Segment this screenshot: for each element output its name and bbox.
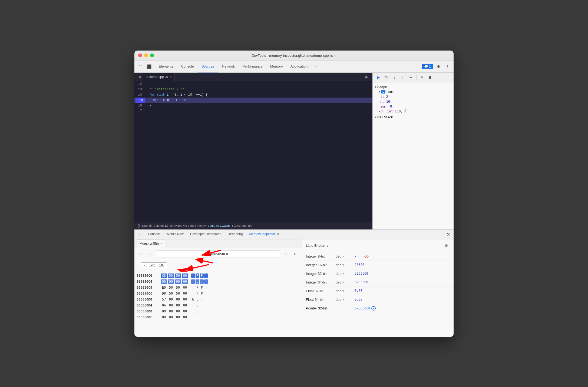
drawer-tab-whats-new[interactable]: What's New (163, 230, 187, 239)
line-num-17: 17 (136, 108, 145, 114)
drawer-tab-memory-inspector[interactable]: Memory Inspector ✕ (246, 230, 282, 239)
mem-byte-e0[interactable]: E0 (161, 285, 167, 290)
memory-tab-close[interactable]: ✕ (160, 242, 162, 245)
drawer-close-btn[interactable]: ✕ (445, 231, 451, 238)
mem-byte-00k[interactable]: 00 (175, 303, 181, 308)
chat-badge[interactable]: 💬 1 (422, 64, 433, 69)
deactivate-breakpoints-btn[interactable]: ✎ (418, 74, 425, 81)
format-btn[interactable]: {} (138, 224, 140, 228)
resume-btn[interactable]: ▶ (375, 74, 382, 81)
mem-byte-57[interactable]: 57 (161, 297, 167, 302)
mem-byte-00p[interactable]: 00 (182, 309, 188, 313)
tab-application[interactable]: Application (287, 61, 312, 72)
mem-byte-00f[interactable]: 00 (182, 291, 188, 296)
tab-network[interactable]: Network (218, 61, 239, 72)
mem-byte-50e[interactable]: 50 (168, 291, 174, 296)
mem-back-btn[interactable]: ↩ (138, 251, 145, 258)
mem-byte-00n[interactable]: 00 (168, 309, 174, 313)
pause-on-exceptions-btn[interactable]: ⏸ (427, 74, 434, 81)
mem-byte-00s[interactable]: 00 (175, 315, 181, 319)
mem-var-tag[interactable]: x: int [10] (141, 262, 167, 268)
sources-back-btn[interactable]: ◀ (137, 74, 143, 79)
ptr-navigate-icon[interactable]: → (371, 306, 376, 311)
settings-icon[interactable]: ⚙ (435, 63, 442, 70)
mem-byte-00g[interactable]: 00 (168, 297, 174, 302)
drawer-tab-console[interactable]: Console (145, 230, 163, 239)
mem-byte-50c[interactable]: 50 (168, 285, 174, 290)
scope-header[interactable]: ▾ Scope (373, 85, 454, 89)
mem-byte-00t[interactable]: 00 (182, 315, 188, 319)
mem-byte-00c[interactable]: 00 (175, 279, 181, 284)
mem-byte-00e[interactable]: 00 (182, 285, 188, 290)
local-scope-item[interactable]: ▾ L Local (373, 89, 454, 94)
mem-byte-00o[interactable]: 00 (175, 309, 181, 313)
mem-byte-00b[interactable]: 00 (168, 279, 174, 284)
endian-selector[interactable]: Little Endian ∨ (306, 243, 329, 248)
drawer-menu-btn[interactable]: ⋮ (137, 231, 143, 238)
mem-char-dot16: . (200, 303, 204, 308)
mem-address-input[interactable] (156, 250, 280, 258)
format-int8[interactable]: dec ∨ (336, 254, 355, 258)
sources-forward-btn[interactable]: ▶ (364, 74, 370, 79)
step-btn[interactable]: ↪ (407, 74, 414, 81)
more-vert-icon[interactable]: ⋮ (444, 63, 451, 70)
file-tab-demo-cpp[interactable]: ⊡ demo-cpp.cc ✕ (143, 73, 175, 81)
format-int32[interactable]: dec ∨ (336, 272, 355, 276)
step-over-btn[interactable]: ⟳ (383, 74, 390, 81)
mem-byte-00r[interactable]: 00 (168, 315, 174, 319)
mem-addr-d0: 005050D0 (137, 298, 161, 301)
mem-byte-00m[interactable]: 00 (161, 309, 167, 313)
mem-byte-00[interactable]: 00 (182, 273, 188, 278)
scope-x[interactable]: ▶ x: int [10] ⊡ (373, 109, 454, 114)
inspect-element-icon[interactable]: ⬚ (137, 63, 144, 70)
maximize-button[interactable] (150, 54, 154, 57)
close-button[interactable] (138, 54, 142, 57)
mem-byte-d8[interactable]: D8 (161, 291, 167, 296)
tab-more[interactable]: » (311, 61, 321, 72)
mem-byte-00h[interactable]: 00 (175, 297, 181, 302)
device-toggle-icon[interactable]: ⬛ (145, 63, 153, 70)
tab-console[interactable]: Console (177, 61, 198, 72)
mem-forward-btn[interactable]: ↪ (147, 251, 154, 258)
mem-row-dc: 005050DC 00 00 00 00 . . . . (134, 314, 302, 320)
memory-tab-256[interactable]: Memory(256) ✕ (137, 239, 165, 248)
mem-byte-00q[interactable]: 00 (161, 315, 167, 319)
ptr-value: 0x5050C8 (355, 306, 370, 310)
mem-refresh-btn[interactable]: ↻ (292, 251, 299, 258)
drawer-tab-rendering[interactable]: Rendering (224, 230, 246, 239)
memory-inspector-tab-close[interactable]: ✕ (277, 232, 279, 236)
memory-inspect-icon[interactable]: ⊡ (404, 109, 407, 113)
line-num-12: 12 (136, 81, 145, 87)
format-int16[interactable]: dec ∨ (336, 263, 355, 267)
step-out-btn[interactable]: ↑ (399, 74, 406, 81)
drawer-tab-dev-resources[interactable]: Developer Resources (187, 230, 224, 239)
wasm-link[interactable]: demo-cpp.wasm (208, 224, 230, 227)
mem-char-P1: P (196, 273, 199, 278)
mem-byte-00a[interactable]: 00 (161, 279, 167, 284)
mem-byte-00i[interactable]: 00 (182, 297, 188, 302)
tab-sources[interactable]: Sources (198, 61, 218, 72)
minimize-button[interactable] (144, 54, 148, 57)
mem-next-btn[interactable]: › (282, 251, 289, 258)
format-int64[interactable]: dec ∨ (336, 280, 355, 284)
format-float64[interactable]: dec ∨ (336, 298, 355, 302)
tab-performance[interactable]: Performance (239, 61, 266, 72)
mem-byte-50a[interactable]: 50 (168, 273, 174, 278)
mem-byte-c8[interactable]: C8 (161, 273, 167, 278)
mem-char-dot18: . (191, 309, 195, 313)
mem-byte-00l[interactable]: 00 (182, 303, 188, 308)
step-into-btn[interactable]: ↓ (391, 74, 398, 81)
ptr-link[interactable]: 0x5050C8 → (355, 306, 376, 311)
mem-byte-50f[interactable]: 50 (175, 291, 181, 296)
mem-byte-00d[interactable]: 00 (182, 279, 188, 284)
call-stack-header[interactable]: ▾ Call Stack (373, 115, 454, 120)
format-float32[interactable]: dec ∨ (336, 289, 355, 293)
inspector-settings-btn[interactable]: ⚙ (443, 242, 450, 249)
mem-byte-0a[interactable]: 0A (161, 303, 167, 308)
tab-elements[interactable]: Elements (155, 61, 177, 72)
file-tab-close[interactable]: ✕ (170, 75, 172, 78)
mem-byte-00j[interactable]: 00 (168, 303, 174, 308)
tab-memory[interactable]: Memory (266, 61, 287, 72)
mem-byte-50d[interactable]: 50 (175, 285, 181, 290)
mem-byte-50b[interactable]: 50 (175, 273, 181, 278)
